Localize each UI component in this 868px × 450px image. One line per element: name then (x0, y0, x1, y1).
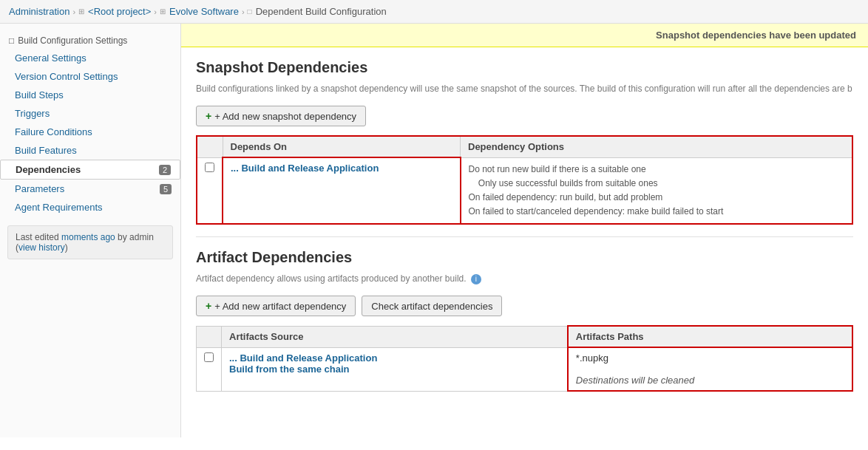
snapshot-deps-title: Snapshot Dependencies (196, 59, 853, 76)
artifact-row-paths: *.nupkg Destinations will be cleaned (568, 347, 852, 391)
snapshot-options-text: Do not run new build if there is a suita… (469, 163, 845, 219)
sidebar-item-triggers[interactable]: Triggers (0, 104, 180, 123)
sidebar-item-dependencies-badge: 2 (159, 165, 171, 175)
snapshot-dep-row: ... Build and Release Application Do not… (197, 157, 852, 224)
last-edited-prefix: Last edited (16, 232, 59, 242)
snapshot-row-depends-on: ... Build and Release Application (223, 157, 461, 224)
snapshot-col-options: Dependency Options (461, 136, 853, 157)
plus-icon-artifact: + (206, 300, 211, 312)
artifact-col-source: Artifacts Source (222, 326, 568, 347)
artifact-source-sub-link[interactable]: Build from the same chain (229, 364, 350, 375)
sidebar-item-agent-requirements[interactable]: Agent Requirements (0, 198, 180, 217)
snapshot-depends-on-link[interactable]: ... Build and Release Application (231, 163, 379, 174)
artifact-row-checkbox[interactable] (204, 352, 214, 362)
breadcrumb-icon-root: ⊞ (78, 7, 84, 16)
artifact-deps-title: Artifact Dependencies (196, 249, 853, 266)
snapshot-deps-desc: Build configurations linked by a snapsho… (196, 82, 853, 95)
notification-message: Snapshot dependencies have been updated (656, 30, 856, 41)
artifact-dep-row: ... Build and Release Application Build … (197, 347, 853, 391)
sidebar-section-label: Build Configuration Settings (18, 35, 127, 46)
snapshot-col-depends-on: Depends On (223, 136, 461, 157)
artifact-row-source: ... Build and Release Application Build … (222, 347, 568, 391)
sidebar-item-parameters[interactable]: Parameters 5 (0, 180, 180, 198)
artifact-paths-value: *.nupkg (576, 352, 844, 364)
add-snapshot-btn-label: + Add new snapshot dependency (214, 111, 356, 122)
notification-bar: Snapshot dependencies have been updated (181, 24, 868, 47)
sidebar-section-icon: □ (9, 35, 14, 46)
check-artifact-btn-label: Check artifact dependencies (371, 301, 492, 312)
artifact-paths-sub: Destinations will be cleaned (576, 375, 844, 386)
sidebar-item-vcs-settings[interactable]: Version Control Settings (0, 67, 180, 86)
sidebar-item-dependencies[interactable]: Dependencies 2 (0, 160, 180, 180)
artifact-deps-table: Artifacts Source Artifacts Paths ... Bui… (196, 325, 853, 392)
sidebar-section-title: □ Build Configuration Settings (0, 31, 180, 49)
sidebar-item-parameters-label: Parameters (15, 183, 64, 194)
breadcrumb-sep-3: › (242, 7, 245, 16)
breadcrumb-icon-evolve: ⊞ (160, 7, 166, 16)
snapshot-row-checkbox[interactable] (205, 163, 214, 172)
artifact-col-paths: Artifacts Paths (568, 326, 852, 347)
snapshot-deps-table: Depends On Dependency Options ... Build … (196, 135, 853, 225)
breadcrumb-root-project[interactable]: <Root project> (88, 6, 151, 17)
artifact-source-link[interactable]: ... Build and Release Application (229, 352, 377, 364)
artifact-row-checkbox-cell (197, 347, 222, 391)
add-artifact-btn-label: + Add new artifact dependency (214, 301, 346, 312)
breadcrumb-icon-dep: □ (248, 7, 252, 16)
sidebar-item-general-settings[interactable]: General Settings (0, 49, 180, 67)
snapshot-dependencies-section: Snapshot Dependencies Build configuratio… (181, 47, 868, 236)
sidebar-item-parameters-badge: 5 (160, 184, 172, 194)
view-history-link[interactable]: view history (18, 242, 65, 253)
sidebar-item-build-steps[interactable]: Build Steps (0, 86, 180, 104)
artifact-col-checkbox (197, 326, 222, 347)
sidebar-item-build-features[interactable]: Build Features (0, 141, 180, 160)
snapshot-row-options: Do not run new build if there is a suita… (461, 157, 853, 224)
last-edited-time[interactable]: moments ago (61, 232, 115, 242)
info-icon[interactable]: i (471, 274, 481, 284)
breadcrumb: Administration › ⊞ <Root project> › ⊞ Ev… (0, 0, 868, 24)
sidebar-last-edited: Last edited moments ago by admin (view h… (7, 225, 173, 259)
main-layout: □ Build Configuration Settings General S… (0, 24, 868, 437)
plus-icon: + (206, 110, 211, 122)
sidebar-item-failure-conditions[interactable]: Failure Conditions (0, 123, 180, 141)
breadcrumb-evolve-software[interactable]: Evolve Software (169, 6, 239, 17)
artifact-dependencies-section: Artifact Dependencies Artifact dependenc… (181, 237, 868, 403)
add-artifact-dependency-button[interactable]: + + Add new artifact dependency (196, 296, 356, 316)
content-area: Snapshot dependencies have been updated … (181, 24, 868, 437)
sidebar-item-dependencies-label: Dependencies (16, 164, 81, 175)
snapshot-row-checkbox-cell (197, 157, 223, 224)
check-artifact-dependencies-button[interactable]: Check artifact dependencies (362, 296, 502, 316)
add-snapshot-dependency-button[interactable]: + + Add new snapshot dependency (196, 106, 366, 126)
breadcrumb-administration[interactable]: Administration (9, 6, 69, 17)
snapshot-col-checkbox (197, 136, 223, 157)
breadcrumb-sep-1: › (72, 7, 75, 16)
breadcrumb-sep-2: › (154, 7, 157, 16)
artifact-deps-desc: Artifact dependency allows using artifac… (196, 272, 853, 285)
breadcrumb-current: Dependent Build Configuration (256, 6, 387, 17)
sidebar: □ Build Configuration Settings General S… (0, 24, 181, 437)
